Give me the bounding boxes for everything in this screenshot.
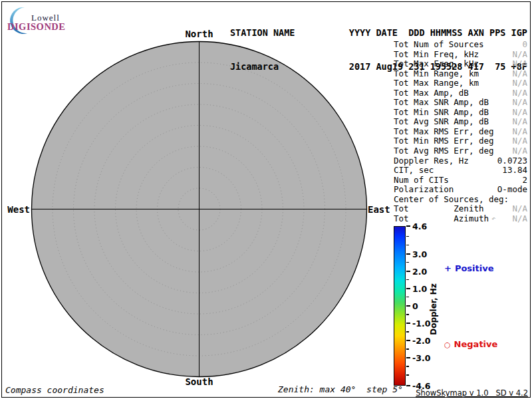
table-row-label: Polarization xyxy=(394,185,454,195)
zenith-scale-note: Zenith: max 40° step 5° xyxy=(278,384,403,394)
table-row: Num of CITs2 xyxy=(394,176,527,186)
table-row: Tot Min SNR Amp, dBN/A xyxy=(394,108,527,118)
colorbar-tick xyxy=(406,245,409,246)
colorbar-axis-label: Doppler, Hz xyxy=(429,283,438,335)
colorbar-tick xyxy=(406,253,410,255)
west-label: West xyxy=(0,204,30,215)
table-row-label: Tot Min SNR Amp, dB xyxy=(394,108,489,118)
table-row-label: Tot Num of Sources xyxy=(394,40,483,50)
table-row: Tot Max Freq, kHzN/A xyxy=(394,59,527,69)
colorbar-tick xyxy=(406,279,409,281)
table-row-label: Tot Max Freq, kHz xyxy=(394,59,479,69)
table-row: Tot Num of Sources0 xyxy=(394,40,527,50)
plus-marker-icon: + xyxy=(444,263,452,273)
table-row-label: Tot Zenith xyxy=(394,204,483,214)
version-label: ShowSkymap v 1.0 SD v 4.2 xyxy=(416,388,528,398)
colorbar-tick xyxy=(406,297,409,298)
table-row-label: Tot Avg SNR Amp, dB xyxy=(394,117,489,127)
table-row-label: Num of CITs xyxy=(394,176,449,186)
colorbar-tick-label: 1.0 xyxy=(412,283,427,293)
positive-legend: +Positive xyxy=(444,263,494,273)
table-row: PolarizationO-mode xyxy=(394,185,527,195)
table-row-label: Doppler Res, Hz xyxy=(394,156,469,166)
lowell-digisonde-logo: Lowell DIGISONDE xyxy=(5,4,78,33)
table-row-value: N/A xyxy=(512,204,527,214)
positive-label: Positive xyxy=(455,263,494,273)
table-row-value: N/A xyxy=(512,127,527,137)
table-row: Tot ZenithN/A xyxy=(394,204,527,214)
coordinates-note: Compass coordinates xyxy=(5,385,104,395)
table-row-value: O-mode xyxy=(497,185,527,195)
table-row-label: Tot Max RMS Err, deg xyxy=(394,127,494,137)
table-row: Tot Max SNR Amp, dBN/A xyxy=(394,98,527,108)
colorbar-tick-label: 3.0 xyxy=(412,249,427,259)
table-row: Tot Min RMS Err, degN/A xyxy=(394,136,527,146)
table-row-label: Tot Max Amp, dB xyxy=(394,88,469,98)
table-row: Tot Avg SNR Amp, dBN/A xyxy=(394,117,527,127)
table-row: Tot Avg RMS Err, degN/A xyxy=(394,146,527,156)
colorbar-gradient xyxy=(394,226,406,386)
circle-marker-icon: ○ xyxy=(444,340,451,349)
table-row-value: N/A xyxy=(512,88,527,98)
colorbar-tick-label: 4.6 xyxy=(412,221,427,231)
table-row-value: N/A xyxy=(512,146,527,156)
north-label: North xyxy=(172,29,226,39)
logo-digisonde-text: DIGISONDE xyxy=(7,21,66,33)
table-row: CIT, sec13.84 xyxy=(394,166,527,176)
table-row-value: N/A xyxy=(512,50,527,60)
table-row-value: 0 xyxy=(522,40,527,50)
table-row-label: Tot Min Freq, kHz xyxy=(394,50,479,60)
table-row: Tot Min Range, kmN/A xyxy=(394,69,527,79)
table-row-value: N/A xyxy=(512,69,527,79)
table-row-label: Tot Avg RMS Err, deg xyxy=(394,146,494,156)
showskymap-window: Lowell DIGISONDE STATION NAME YYYY DATE … xyxy=(0,0,532,399)
table-row-label: Tot Min RMS Err, deg xyxy=(394,136,494,146)
table-row: Tot Min Freq, kHzN/A xyxy=(394,50,527,60)
table-row: Tot Max RMS Err, degN/A xyxy=(394,127,527,137)
table-row-value: N/A xyxy=(512,98,527,108)
colorbar-tick xyxy=(406,236,409,237)
negative-label: Negative xyxy=(454,339,498,349)
table-row-value: 0.0723 xyxy=(497,156,527,166)
table-row: Center of Sources, deg: xyxy=(394,195,527,205)
colorbar-tick xyxy=(406,385,410,386)
table-row-label: Tot Azimuth xyxy=(394,214,489,224)
table-row-label: Tot Max SNR Amp, dB xyxy=(394,98,489,108)
south-label: South xyxy=(172,376,226,387)
colorbar-tick xyxy=(406,357,410,358)
colorbar-tick xyxy=(406,314,409,315)
table-row: Tot Max Amp, dBN/A xyxy=(394,88,527,98)
table-row-label: Tot Min Range, km xyxy=(394,69,479,79)
table-row-value: 13.84 xyxy=(502,166,527,176)
colorbar-tick xyxy=(406,348,409,350)
table-row-value: N/A xyxy=(512,136,527,146)
colorbar-tick xyxy=(406,305,410,307)
station-header-columns: STATION NAME YYYY DATE DDD HHMMSS AXN PP… xyxy=(230,27,527,39)
colorbar-tick xyxy=(406,225,410,227)
table-row-value: N/A xyxy=(512,214,527,224)
colorbar-tick xyxy=(406,331,409,332)
table-row-label: Center of Sources, deg: xyxy=(394,195,509,205)
table-row-label: Tot Max Range, km xyxy=(394,78,479,88)
colorbar-tick xyxy=(406,271,410,272)
table-row-value: 2 xyxy=(522,176,527,186)
statistics-table: Tot Num of Sources0Tot Min Freq, kHzN/AT… xyxy=(394,40,527,223)
table-row-value: N/A xyxy=(512,117,527,127)
table-row-value: N/A xyxy=(512,59,527,69)
colorbar-tick-label: -1.0 xyxy=(412,319,430,329)
table-row: Doppler Res, Hz0.0723 xyxy=(394,156,527,166)
table-row-value: N/A xyxy=(512,108,527,118)
colorbar-tick xyxy=(406,323,410,324)
table-row-label: CIT, sec xyxy=(394,166,434,176)
table-row: Tot Max Range, kmN/A xyxy=(394,78,527,88)
table-row-value: N/A xyxy=(512,78,527,88)
negative-legend: ○Negative xyxy=(444,339,497,349)
doppler-colorbar: 4.63.02.01.00-1.0-2.0-3.0-4.6 xyxy=(394,226,406,386)
colorbar-tick xyxy=(406,340,410,341)
colorbar-tick-label: 2.0 xyxy=(412,266,427,276)
colorbar-tick-label: -3.0 xyxy=(412,353,430,363)
colorbar-tick-label: 0 xyxy=(412,301,418,311)
colorbar-tick xyxy=(406,262,409,263)
colorbar-tick-label: -2.0 xyxy=(412,336,430,346)
colorbar-tick xyxy=(406,366,409,367)
